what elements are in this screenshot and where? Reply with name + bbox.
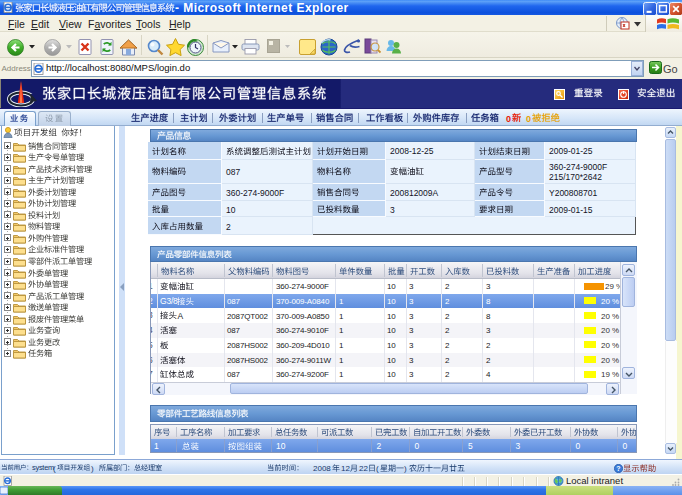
svg-text:?: ? (616, 465, 620, 472)
